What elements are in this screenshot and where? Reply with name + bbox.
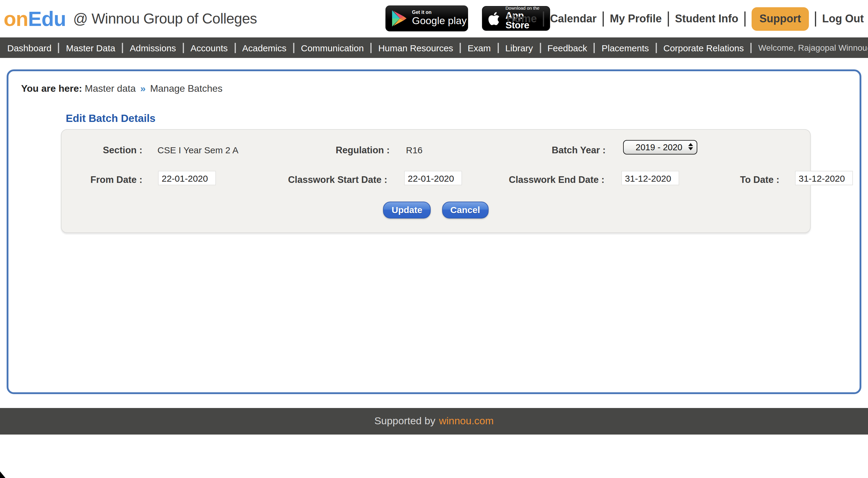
logo-part-edu: Edu bbox=[28, 7, 66, 30]
menu-divider bbox=[460, 42, 461, 53]
menu-master-data[interactable]: Master Data bbox=[66, 42, 115, 53]
to-date-label: To Date : bbox=[689, 172, 779, 188]
google-play-badge[interactable]: Get it on Google play bbox=[385, 5, 468, 31]
menu-divider bbox=[183, 42, 184, 53]
footer-winnou-link[interactable]: winnou.com bbox=[439, 415, 493, 427]
google-play-line2: Google play bbox=[412, 16, 467, 27]
welcome-user-text: Welcome, Rajagopal Winnou@WGC bbox=[758, 43, 868, 53]
menu-divider bbox=[750, 42, 752, 53]
menu-divider bbox=[58, 42, 59, 53]
breadcrumb-prefix: You are here: bbox=[21, 83, 82, 94]
regulation-value: R16 bbox=[406, 143, 423, 158]
menu-dashboard[interactable]: Dashboard bbox=[7, 42, 52, 53]
section-label: Section : bbox=[62, 143, 142, 158]
nav-divider bbox=[744, 11, 746, 26]
nav-divider bbox=[543, 11, 544, 26]
update-button[interactable]: Update bbox=[383, 202, 431, 218]
google-play-text: Get it on Google play bbox=[412, 10, 467, 26]
menu-feedback[interactable]: Feedback bbox=[548, 42, 587, 53]
menu-human-resources[interactable]: Human Resources bbox=[378, 42, 453, 53]
apple-icon bbox=[487, 10, 501, 27]
top-nav-support[interactable]: Support bbox=[752, 7, 809, 30]
top-nav-home[interactable]: Home bbox=[507, 12, 537, 25]
menu-divider bbox=[122, 42, 123, 53]
nav-divider bbox=[602, 11, 604, 26]
top-nav-log-out[interactable]: Log Out bbox=[822, 12, 864, 25]
top-nav-student-info[interactable]: Student Info bbox=[675, 12, 738, 25]
batch-form-panel: Section : CSE I Year Sem 2 A Regulation … bbox=[61, 129, 811, 233]
menu-divider bbox=[497, 42, 499, 53]
breadcrumb-master-data[interactable]: Master data bbox=[85, 83, 136, 94]
main-menubar: Dashboard Master Data Admissions Account… bbox=[0, 37, 868, 58]
footer-supported-by-text: Supported by bbox=[374, 415, 435, 427]
content-frame: You are here: Master data » Manage Batch… bbox=[7, 69, 861, 394]
logo-part-on: on bbox=[4, 7, 28, 30]
google-play-icon bbox=[392, 10, 407, 27]
menu-corporate-relations[interactable]: Corporate Relations bbox=[663, 42, 744, 53]
page-title: Edit Batch Details bbox=[66, 112, 156, 125]
footer: Supported by winnou.com bbox=[0, 408, 868, 435]
breadcrumb-manage-batches[interactable]: Manage Batches bbox=[150, 83, 223, 94]
menu-library[interactable]: Library bbox=[505, 42, 533, 53]
menu-admissions[interactable]: Admissions bbox=[130, 42, 176, 53]
menu-divider bbox=[539, 42, 541, 53]
classwork-start-date-label: Classwork Start Date : bbox=[230, 172, 387, 188]
menu-placements[interactable]: Placements bbox=[602, 42, 649, 53]
org-title: @ Winnou Group of Colleges bbox=[73, 10, 257, 27]
google-play-line1: Get it on bbox=[412, 10, 467, 16]
nav-divider bbox=[668, 11, 669, 26]
menu-exam[interactable]: Exam bbox=[468, 42, 491, 53]
top-nav-my-profile[interactable]: My Profile bbox=[610, 12, 662, 25]
classwork-end-date-input[interactable] bbox=[621, 171, 679, 185]
menu-divider bbox=[656, 42, 657, 53]
batch-year-label: Batch Year : bbox=[484, 143, 606, 158]
batch-year-selected-value: 2019 - 2020 bbox=[636, 143, 683, 152]
classwork-end-date-label: Classwork End Date : bbox=[454, 172, 604, 188]
menu-divider bbox=[370, 42, 372, 53]
menu-divider bbox=[234, 42, 236, 53]
menu-accounts[interactable]: Accounts bbox=[191, 42, 228, 53]
menu-academics[interactable]: Academics bbox=[242, 42, 286, 53]
nav-divider bbox=[815, 11, 816, 26]
batch-year-select[interactable]: 2019 - 2020 bbox=[623, 140, 697, 154]
select-stepper-icon bbox=[688, 143, 693, 150]
form-actions: Update Cancel bbox=[62, 202, 810, 218]
breadcrumb: You are here: Master data » Manage Batch… bbox=[21, 83, 223, 94]
page: onEdu @ Winnou Group of Colleges Get it … bbox=[0, 0, 868, 478]
logo-area: onEdu @ Winnou Group of Colleges bbox=[4, 0, 257, 37]
cancel-button[interactable]: Cancel bbox=[442, 202, 488, 218]
regulation-label: Regulation : bbox=[269, 143, 390, 158]
top-nav: Home Calendar My Profile Student Info Su… bbox=[507, 0, 864, 37]
from-date-input[interactable] bbox=[158, 171, 216, 185]
menu-communication[interactable]: Communication bbox=[301, 42, 364, 53]
breadcrumb-separator-icon: » bbox=[140, 83, 146, 94]
section-value: CSE I Year Sem 2 A bbox=[157, 143, 239, 158]
menu-divider bbox=[594, 42, 595, 53]
menu-divider bbox=[293, 42, 294, 53]
top-header: onEdu @ Winnou Group of Colleges Get it … bbox=[0, 0, 868, 37]
onedu-logo[interactable]: onEdu bbox=[4, 7, 66, 30]
to-date-input[interactable] bbox=[795, 171, 853, 185]
cursor-artifact bbox=[0, 471, 5, 478]
from-date-label: From Date : bbox=[62, 172, 142, 188]
top-nav-calendar[interactable]: Calendar bbox=[550, 12, 596, 25]
